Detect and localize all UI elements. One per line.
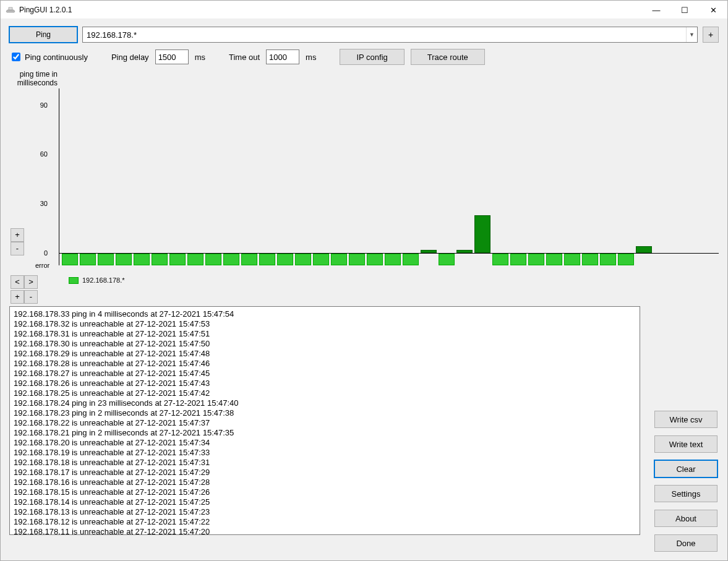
- chart-area: ping time in milliseconds 0306090 error …: [9, 70, 719, 304]
- bar: [116, 254, 132, 265]
- clear-button[interactable]: Clear: [654, 460, 717, 477]
- legend-label: 192.168.178.*: [82, 276, 125, 284]
- log-line: 192.168.178.33 ping in 4 milliseconds at…: [14, 309, 636, 319]
- bar: [492, 254, 508, 265]
- bar: [241, 254, 257, 265]
- legend: 192.168.178.*: [69, 276, 125, 284]
- ping-continuously-checkbox[interactable]: Ping continuously: [9, 51, 88, 63]
- timeout-label: Time out: [229, 53, 260, 62]
- bar: [134, 254, 150, 265]
- settings-button[interactable]: Settings: [654, 485, 717, 502]
- zoom-y-in-button[interactable]: +: [11, 228, 24, 242]
- ping-button[interactable]: Ping: [9, 27, 77, 43]
- log-line: 192.168.178.22 is unreachable at 27-12-2…: [14, 418, 636, 428]
- log-line: 192.168.178.29 is unreachable at 27-12-2…: [14, 349, 636, 359]
- zoom-x-out-button[interactable]: -: [24, 290, 38, 304]
- log-line: 192.168.178.19 is unreachable at 27-12-2…: [14, 448, 636, 458]
- log-line: 192.168.178.15 is unreachable at 27-12-2…: [14, 487, 636, 497]
- log-line: 192.168.178.23 ping in 2 milliseconds at…: [14, 408, 636, 418]
- log-line: 192.168.178.27 is unreachable at 27-12-2…: [14, 369, 636, 379]
- bar: [169, 254, 186, 265]
- bar: [510, 254, 526, 265]
- log-line: 192.168.178.13 is unreachable at 27-12-2…: [14, 507, 636, 517]
- bar: [277, 254, 293, 265]
- client-area: Ping ▼ + Ping continuously Ping delay ms…: [1, 19, 727, 542]
- bar: [98, 254, 114, 265]
- bar: [349, 254, 365, 265]
- window-controls: — ☐ ✕: [642, 1, 727, 19]
- address-dropdown-icon[interactable]: ▼: [686, 27, 697, 42]
- ping-continuously-input[interactable]: [12, 53, 20, 61]
- bar: [403, 254, 419, 265]
- timeout-input[interactable]: [266, 49, 299, 64]
- error-label: error: [35, 262, 49, 269]
- trace-route-button[interactable]: Trace route: [411, 49, 485, 65]
- log-line: 192.168.178.28 is unreachable at 27-12-2…: [14, 359, 636, 369]
- bar: [331, 254, 347, 265]
- y-tick: 90: [9, 101, 48, 109]
- log-line: 192.168.178.24 ping in 23 milliseconds a…: [14, 398, 636, 408]
- ping-continuously-label: Ping continuously: [25, 53, 88, 62]
- nav-left-button[interactable]: <: [11, 275, 24, 289]
- log-line: 192.168.178.25 is unreachable at 27-12-2…: [14, 388, 636, 398]
- bar: [295, 254, 311, 265]
- log-line: 192.168.178.14 is unreachable at 27-12-2…: [14, 497, 636, 507]
- write-text-button[interactable]: Write text: [654, 435, 717, 453]
- nav-controls: < >: [11, 275, 38, 289]
- log-line: 192.168.178.20 is unreachable at 27-12-2…: [14, 438, 636, 448]
- bar: [618, 254, 634, 265]
- bar: [385, 254, 401, 265]
- maximize-button[interactable]: ☐: [670, 1, 699, 19]
- chart-plot: [59, 88, 719, 265]
- ip-config-button[interactable]: IP config: [340, 49, 404, 65]
- bar: [582, 254, 598, 265]
- window-title: PingGUI 1.2.0.1: [19, 6, 72, 14]
- log-line: 192.168.178.31 is unreachable at 27-12-2…: [14, 329, 636, 339]
- options-row: Ping continuously Ping delay ms Time out…: [9, 49, 719, 65]
- bar: [421, 250, 437, 253]
- titlebar: PingGUI 1.2.0.1 — ☐ ✕: [1, 1, 727, 19]
- log-line: 192.168.178.18 is unreachable at 27-12-2…: [14, 458, 636, 468]
- minimize-button[interactable]: —: [642, 1, 670, 19]
- timeout-unit: ms: [306, 53, 316, 62]
- bar: [62, 254, 78, 265]
- bar: [564, 254, 580, 265]
- log-line: 192.168.178.21 ping in 2 milliseconds at…: [14, 428, 636, 438]
- bar: [474, 215, 490, 253]
- close-button[interactable]: ✕: [699, 1, 727, 19]
- bar: [546, 254, 562, 265]
- add-address-button[interactable]: +: [703, 27, 719, 43]
- app-window: PingGUI 1.2.0.1 — ☐ ✕ Ping ▼ + Ping cont…: [0, 0, 728, 561]
- log-line: 192.168.178.32 is unreachable at 27-12-2…: [14, 319, 636, 329]
- log-line: 192.168.178.12 is unreachable at 27-12-2…: [14, 517, 636, 527]
- zoom-x-controls: + -: [11, 290, 38, 304]
- about-button[interactable]: About: [654, 510, 717, 527]
- y-tick: 30: [9, 200, 48, 207]
- y-tick: 60: [9, 150, 48, 158]
- log-line: 192.168.178.26 is unreachable at 27-12-2…: [14, 379, 636, 388]
- zoom-x-in-button[interactable]: +: [11, 290, 24, 304]
- bar: [439, 254, 455, 265]
- address-row: Ping ▼ +: [9, 27, 719, 43]
- log-line: 192.168.178.16 is unreachable at 27-12-2…: [14, 477, 636, 487]
- bar: [80, 254, 96, 265]
- zoom-y-controls: + -: [11, 228, 24, 255]
- log-line: 192.168.178.17 is unreachable at 27-12-2…: [14, 468, 636, 477]
- bar: [456, 250, 473, 253]
- address-input[interactable]: [82, 27, 698, 43]
- log-box[interactable]: 192.168.178.33 ping in 4 milliseconds at…: [9, 306, 640, 535]
- app-icon: [6, 6, 15, 14]
- svg-rect-0: [9, 7, 12, 10]
- nav-right-button[interactable]: >: [24, 275, 38, 289]
- action-buttons: Write csv Write text Clear Settings Abou…: [654, 411, 717, 552]
- done-button[interactable]: Done: [654, 534, 717, 552]
- ping-delay-label: Ping delay: [111, 53, 149, 62]
- ping-delay-input[interactable]: [155, 49, 189, 64]
- address-combo: ▼: [82, 27, 698, 43]
- zoom-y-out-button[interactable]: -: [11, 242, 24, 255]
- log-line: 192.168.178.11 is unreachable at 27-12-2…: [14, 527, 636, 535]
- bar: [152, 254, 168, 265]
- write-csv-button[interactable]: Write csv: [654, 411, 717, 428]
- legend-swatch: [69, 277, 79, 284]
- ping-delay-unit: ms: [195, 53, 205, 62]
